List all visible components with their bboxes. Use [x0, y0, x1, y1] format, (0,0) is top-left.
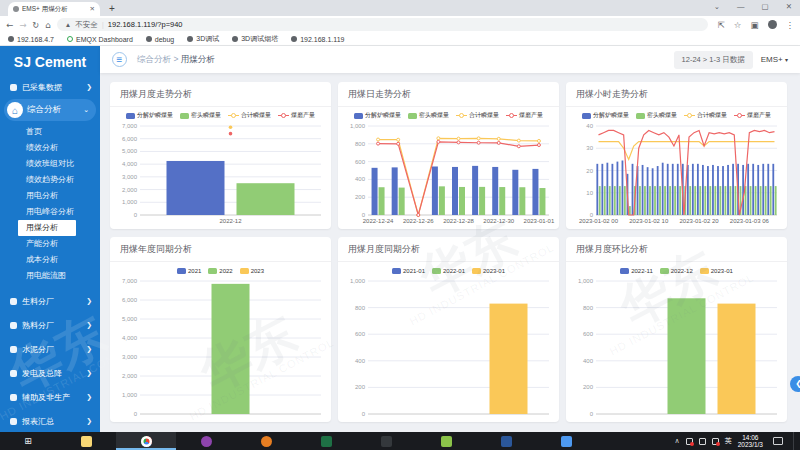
taskbar-app-teams[interactable]	[536, 432, 596, 450]
bookmark-item[interactable]: 3D调试烟塔	[232, 34, 278, 44]
legend-item[interactable]: 窑头瞬煤量	[408, 111, 449, 120]
legend-item[interactable]: 窑头瞬煤量	[180, 111, 221, 120]
legend-item[interactable]: 煤磨产量	[506, 111, 543, 120]
sidebar-section-1[interactable]: 熟料分厂❯	[0, 313, 100, 337]
legend-item[interactable]: 窑头瞬煤量	[636, 111, 677, 120]
svg-text:10: 10	[586, 190, 593, 196]
breadcrumb: 综合分析 > 用煤分析	[137, 54, 215, 66]
taskbar-app-chrome[interactable]	[116, 432, 176, 450]
legend-item[interactable]: 煤磨产量	[734, 111, 771, 120]
legend-item[interactable]: 2021-01	[392, 268, 425, 274]
notification-center-icon[interactable]	[773, 437, 783, 445]
browser-menu-icon[interactable]: ⋮	[786, 20, 795, 30]
legend-label: 2023-01	[483, 268, 505, 274]
tray-chat-icon[interactable]	[699, 438, 706, 445]
forward-icon[interactable]: →	[19, 20, 26, 30]
sidebar-item-comprehensive-analysis[interactable]: ⌂ 综合分析 ⌄	[4, 99, 96, 121]
taskbar-app-pinwheel[interactable]	[236, 432, 296, 450]
user-menu[interactable]: EMS+ ▾	[761, 55, 788, 64]
ime-indicator[interactable]: 英	[725, 436, 732, 446]
taskbar-app-excel[interactable]	[296, 432, 356, 450]
sidebar-subitem-2[interactable]: 绩效班组对比	[0, 156, 100, 172]
start-button[interactable]: ⊞	[0, 436, 56, 446]
taskbar-app-media-player[interactable]	[176, 432, 236, 450]
legend-item[interactable]: 合计瞬煤量	[456, 111, 499, 120]
taskbar-app-docs[interactable]	[476, 432, 536, 450]
back-icon[interactable]: ←	[6, 20, 13, 30]
show-desktop-button[interactable]	[793, 432, 796, 450]
tab-search-icon[interactable]: ⌄	[714, 2, 720, 11]
sidebar-section-2[interactable]: 水泥分厂❯	[0, 337, 100, 361]
sidebar-section-0[interactable]: 生料分厂❯	[0, 289, 100, 313]
legend-item[interactable]: 2023-01	[472, 268, 505, 274]
extensions-icon[interactable]: ▣	[750, 20, 758, 30]
legend-label: 2023	[251, 268, 264, 274]
legend-item[interactable]: 分解炉瞬煤量	[126, 111, 173, 120]
legend-item[interactable]: 2023-01	[700, 268, 733, 274]
sidebar-section-3[interactable]: 发电及总降❯	[0, 361, 100, 385]
taskbar-app-explorer[interactable]	[56, 432, 116, 450]
tab-close-icon[interactable]: ✕	[90, 5, 95, 13]
legend-item[interactable]: 2022	[208, 268, 232, 274]
sidebar-subitem-3[interactable]: 绩效趋势分析	[0, 172, 100, 188]
docs-icon	[501, 436, 512, 447]
bookmark-item[interactable]: EMQX Dashboard	[67, 36, 133, 43]
sidebar-subitem-6[interactable]: 用煤分析	[18, 220, 76, 236]
breadcrumb-parent: 综合分析	[137, 54, 171, 64]
legend-swatch	[228, 113, 239, 118]
chevron-right-icon: ❯	[86, 393, 92, 401]
legend-item[interactable]: 合计瞬煤量	[228, 111, 271, 120]
tray-app-icon[interactable]	[686, 438, 693, 445]
legend-item[interactable]: 2021	[177, 268, 201, 274]
legend-swatch	[432, 268, 441, 274]
svg-text:0: 0	[362, 411, 366, 417]
panel-collapse-button[interactable]: ❮	[790, 376, 800, 392]
sidebar-subitem-9[interactable]: 用电能流图	[0, 268, 100, 284]
legend-item[interactable]: 分解炉瞬煤量	[582, 111, 629, 120]
svg-text:2,000: 2,000	[122, 373, 138, 379]
tray-volume-icon[interactable]	[712, 438, 719, 445]
taskbar-app-editor[interactable]	[416, 432, 476, 450]
hamburger-menu-icon[interactable]: ≡	[112, 52, 127, 67]
taskbar-app-photos[interactable]	[356, 432, 416, 450]
legend-item[interactable]: 2022-12	[660, 268, 693, 274]
taskbar-clock[interactable]: 14:062023/1/3	[738, 434, 763, 449]
bookmark-item[interactable]: debug	[146, 36, 174, 43]
legend-item[interactable]: 煤磨产量	[278, 111, 315, 120]
sidebar-subitem-1[interactable]: 绩效分析	[0, 140, 100, 156]
legend-item[interactable]: 2022-11	[620, 268, 653, 274]
url-box[interactable]: ▲ 不安全 | 192.168.1.119/?p=940	[57, 18, 708, 31]
sidebar-item-collected-data[interactable]: 已采集数据 ❯	[0, 76, 100, 98]
sidebar-section-5[interactable]: 报表汇总❯	[0, 409, 100, 432]
share-icon[interactable]: ⇱	[718, 20, 725, 30]
globe-favicon	[146, 36, 152, 42]
new-tab-button[interactable]: +	[109, 2, 115, 16]
window-minimize-button[interactable]: —	[737, 2, 745, 11]
tray-expand-icon[interactable]: ∧	[675, 437, 680, 445]
bookmark-item[interactable]: 192.168.1.119	[291, 36, 344, 43]
sidebar-subitem-0[interactable]: 首页	[0, 124, 100, 140]
sidebar-subitem-4[interactable]: 用电分析	[0, 188, 100, 204]
section-icon	[10, 346, 17, 353]
legend-item[interactable]: 合计瞬煤量	[684, 111, 727, 120]
sidebar-subitem-8[interactable]: 成本分析	[0, 252, 100, 268]
legend-item[interactable]: 2023	[240, 268, 264, 274]
bookmark-item[interactable]: 192.168.4.7	[8, 36, 54, 43]
legend-item[interactable]: 2022-01	[432, 268, 465, 274]
chart-legend: 202120222023	[114, 265, 327, 276]
window-restore-button[interactable]: ▢	[762, 2, 769, 11]
windows-taskbar: ⊞ ∧ 英 14:062023/1/3	[0, 432, 800, 450]
profile-avatar[interactable]	[768, 20, 777, 29]
sidebar-section-4[interactable]: 辅助及非生产❯	[0, 385, 100, 409]
browser-tab[interactable]: EMS+ 用煤分析 ✕	[8, 2, 100, 16]
window-close-button[interactable]: ✕	[786, 2, 792, 11]
home-icon[interactable]: ⌂	[45, 20, 50, 30]
sidebar-subitem-7[interactable]: 产能分析	[0, 236, 100, 252]
reload-icon[interactable]: ↻	[32, 20, 39, 30]
date-range-button[interactable]: 12-24 > 1-3 日数据	[674, 51, 753, 69]
sidebar-subitem-5[interactable]: 用电峰谷分析	[0, 204, 100, 220]
legend-item[interactable]: 分解炉瞬煤量	[354, 111, 401, 120]
bookmark-star-icon[interactable]: ☆	[734, 20, 742, 30]
chrome-icon	[141, 436, 152, 447]
bookmark-item[interactable]: 3D调试	[187, 34, 219, 44]
